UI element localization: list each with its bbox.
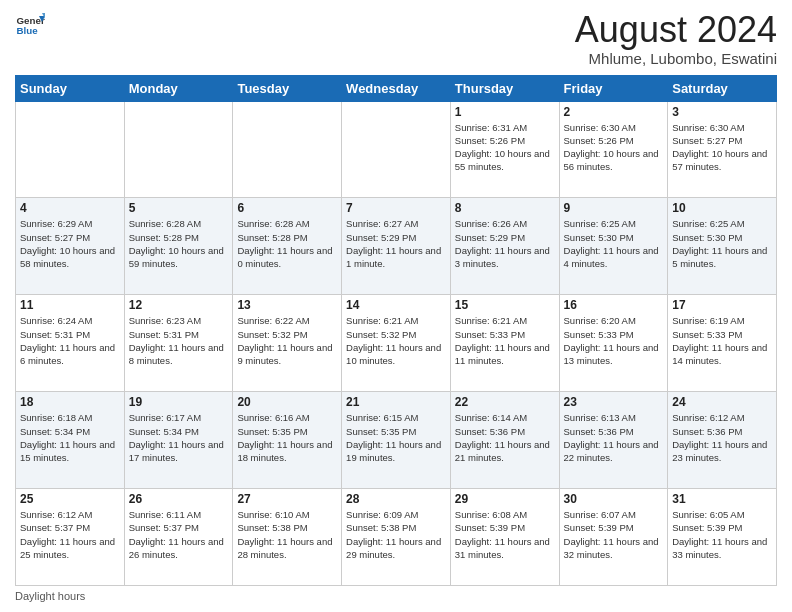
day-info: Sunrise: 6:31 AM Sunset: 5:26 PM Dayligh… xyxy=(455,121,555,174)
day-number: 26 xyxy=(129,492,229,506)
day-number: 20 xyxy=(237,395,337,409)
calendar-cell: 26Sunrise: 6:11 AM Sunset: 5:37 PM Dayli… xyxy=(124,489,233,586)
day-info: Sunrise: 6:24 AM Sunset: 5:31 PM Dayligh… xyxy=(20,314,120,367)
day-number: 28 xyxy=(346,492,446,506)
day-info: Sunrise: 6:26 AM Sunset: 5:29 PM Dayligh… xyxy=(455,217,555,270)
day-number: 27 xyxy=(237,492,337,506)
calendar-cell: 8Sunrise: 6:26 AM Sunset: 5:29 PM Daylig… xyxy=(450,198,559,295)
calendar-cell: 3Sunrise: 6:30 AM Sunset: 5:27 PM Daylig… xyxy=(668,101,777,198)
col-header-saturday: Saturday xyxy=(668,75,777,101)
day-number: 19 xyxy=(129,395,229,409)
calendar-cell xyxy=(233,101,342,198)
day-info: Sunrise: 6:22 AM Sunset: 5:32 PM Dayligh… xyxy=(237,314,337,367)
day-number: 13 xyxy=(237,298,337,312)
day-number: 5 xyxy=(129,201,229,215)
calendar-cell: 31Sunrise: 6:05 AM Sunset: 5:39 PM Dayli… xyxy=(668,489,777,586)
logo: General Blue xyxy=(15,10,45,40)
day-number: 29 xyxy=(455,492,555,506)
day-info: Sunrise: 6:25 AM Sunset: 5:30 PM Dayligh… xyxy=(564,217,664,270)
day-number: 18 xyxy=(20,395,120,409)
day-info: Sunrise: 6:21 AM Sunset: 5:32 PM Dayligh… xyxy=(346,314,446,367)
day-info: Sunrise: 6:23 AM Sunset: 5:31 PM Dayligh… xyxy=(129,314,229,367)
day-number: 4 xyxy=(20,201,120,215)
calendar-cell: 17Sunrise: 6:19 AM Sunset: 5:33 PM Dayli… xyxy=(668,295,777,392)
calendar-cell: 19Sunrise: 6:17 AM Sunset: 5:34 PM Dayli… xyxy=(124,392,233,489)
day-number: 2 xyxy=(564,105,664,119)
calendar-cell: 30Sunrise: 6:07 AM Sunset: 5:39 PM Dayli… xyxy=(559,489,668,586)
calendar-cell: 4Sunrise: 6:29 AM Sunset: 5:27 PM Daylig… xyxy=(16,198,125,295)
day-info: Sunrise: 6:17 AM Sunset: 5:34 PM Dayligh… xyxy=(129,411,229,464)
day-info: Sunrise: 6:27 AM Sunset: 5:29 PM Dayligh… xyxy=(346,217,446,270)
day-number: 10 xyxy=(672,201,772,215)
day-number: 11 xyxy=(20,298,120,312)
day-number: 22 xyxy=(455,395,555,409)
calendar-cell: 21Sunrise: 6:15 AM Sunset: 5:35 PM Dayli… xyxy=(342,392,451,489)
day-info: Sunrise: 6:30 AM Sunset: 5:26 PM Dayligh… xyxy=(564,121,664,174)
day-number: 31 xyxy=(672,492,772,506)
day-number: 30 xyxy=(564,492,664,506)
col-header-sunday: Sunday xyxy=(16,75,125,101)
calendar-cell: 20Sunrise: 6:16 AM Sunset: 5:35 PM Dayli… xyxy=(233,392,342,489)
day-info: Sunrise: 6:08 AM Sunset: 5:39 PM Dayligh… xyxy=(455,508,555,561)
calendar-cell: 10Sunrise: 6:25 AM Sunset: 5:30 PM Dayli… xyxy=(668,198,777,295)
calendar-cell: 9Sunrise: 6:25 AM Sunset: 5:30 PM Daylig… xyxy=(559,198,668,295)
col-header-thursday: Thursday xyxy=(450,75,559,101)
day-number: 25 xyxy=(20,492,120,506)
day-info: Sunrise: 6:28 AM Sunset: 5:28 PM Dayligh… xyxy=(237,217,337,270)
subtitle: Mhlume, Lubombo, Eswatini xyxy=(575,50,777,67)
calendar-cell: 12Sunrise: 6:23 AM Sunset: 5:31 PM Dayli… xyxy=(124,295,233,392)
day-number: 24 xyxy=(672,395,772,409)
day-info: Sunrise: 6:14 AM Sunset: 5:36 PM Dayligh… xyxy=(455,411,555,464)
day-info: Sunrise: 6:12 AM Sunset: 5:37 PM Dayligh… xyxy=(20,508,120,561)
calendar-cell: 11Sunrise: 6:24 AM Sunset: 5:31 PM Dayli… xyxy=(16,295,125,392)
day-info: Sunrise: 6:11 AM Sunset: 5:37 PM Dayligh… xyxy=(129,508,229,561)
calendar-cell: 1Sunrise: 6:31 AM Sunset: 5:26 PM Daylig… xyxy=(450,101,559,198)
day-info: Sunrise: 6:20 AM Sunset: 5:33 PM Dayligh… xyxy=(564,314,664,367)
calendar-cell: 27Sunrise: 6:10 AM Sunset: 5:38 PM Dayli… xyxy=(233,489,342,586)
calendar-cell xyxy=(342,101,451,198)
page: General Blue August 2024 Mhlume, Lubombo… xyxy=(0,0,792,612)
calendar-cell: 2Sunrise: 6:30 AM Sunset: 5:26 PM Daylig… xyxy=(559,101,668,198)
calendar-cell: 29Sunrise: 6:08 AM Sunset: 5:39 PM Dayli… xyxy=(450,489,559,586)
day-number: 7 xyxy=(346,201,446,215)
calendar-cell: 28Sunrise: 6:09 AM Sunset: 5:38 PM Dayli… xyxy=(342,489,451,586)
calendar-cell xyxy=(124,101,233,198)
footer-note: Daylight hours xyxy=(15,590,777,602)
col-header-monday: Monday xyxy=(124,75,233,101)
header: General Blue August 2024 Mhlume, Lubombo… xyxy=(15,10,777,67)
day-info: Sunrise: 6:15 AM Sunset: 5:35 PM Dayligh… xyxy=(346,411,446,464)
calendar-cell: 13Sunrise: 6:22 AM Sunset: 5:32 PM Dayli… xyxy=(233,295,342,392)
day-info: Sunrise: 6:07 AM Sunset: 5:39 PM Dayligh… xyxy=(564,508,664,561)
day-number: 3 xyxy=(672,105,772,119)
svg-text:Blue: Blue xyxy=(17,25,39,36)
main-title: August 2024 xyxy=(575,10,777,50)
day-number: 16 xyxy=(564,298,664,312)
day-info: Sunrise: 6:30 AM Sunset: 5:27 PM Dayligh… xyxy=(672,121,772,174)
day-info: Sunrise: 6:25 AM Sunset: 5:30 PM Dayligh… xyxy=(672,217,772,270)
calendar-cell: 15Sunrise: 6:21 AM Sunset: 5:33 PM Dayli… xyxy=(450,295,559,392)
day-info: Sunrise: 6:19 AM Sunset: 5:33 PM Dayligh… xyxy=(672,314,772,367)
col-header-wednesday: Wednesday xyxy=(342,75,451,101)
day-number: 15 xyxy=(455,298,555,312)
calendar-cell: 25Sunrise: 6:12 AM Sunset: 5:37 PM Dayli… xyxy=(16,489,125,586)
day-number: 12 xyxy=(129,298,229,312)
calendar-cell: 24Sunrise: 6:12 AM Sunset: 5:36 PM Dayli… xyxy=(668,392,777,489)
day-number: 17 xyxy=(672,298,772,312)
calendar-cell xyxy=(16,101,125,198)
day-info: Sunrise: 6:12 AM Sunset: 5:36 PM Dayligh… xyxy=(672,411,772,464)
day-number: 8 xyxy=(455,201,555,215)
day-number: 21 xyxy=(346,395,446,409)
day-info: Sunrise: 6:09 AM Sunset: 5:38 PM Dayligh… xyxy=(346,508,446,561)
calendar-cell: 18Sunrise: 6:18 AM Sunset: 5:34 PM Dayli… xyxy=(16,392,125,489)
col-header-friday: Friday xyxy=(559,75,668,101)
calendar-cell: 14Sunrise: 6:21 AM Sunset: 5:32 PM Dayli… xyxy=(342,295,451,392)
logo-icon: General Blue xyxy=(15,10,45,40)
day-info: Sunrise: 6:18 AM Sunset: 5:34 PM Dayligh… xyxy=(20,411,120,464)
calendar-cell: 23Sunrise: 6:13 AM Sunset: 5:36 PM Dayli… xyxy=(559,392,668,489)
calendar-cell: 22Sunrise: 6:14 AM Sunset: 5:36 PM Dayli… xyxy=(450,392,559,489)
day-info: Sunrise: 6:21 AM Sunset: 5:33 PM Dayligh… xyxy=(455,314,555,367)
day-number: 9 xyxy=(564,201,664,215)
calendar-table: SundayMondayTuesdayWednesdayThursdayFrid… xyxy=(15,75,777,586)
day-number: 1 xyxy=(455,105,555,119)
title-block: August 2024 Mhlume, Lubombo, Eswatini xyxy=(575,10,777,67)
